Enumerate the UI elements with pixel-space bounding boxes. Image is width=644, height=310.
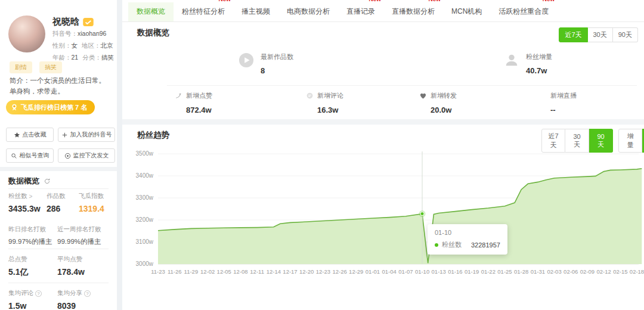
star-action-button[interactable]: 点击收藏 bbox=[6, 128, 54, 142]
hover-marker bbox=[420, 212, 424, 216]
card-value: 8 bbox=[261, 66, 293, 75]
rank-banner[interactable]: 飞瓜排行榜日榜第 7 名 bbox=[6, 100, 95, 114]
tab-直播记录[interactable]: 直播记录New bbox=[338, 2, 383, 21]
x-tick-label: 11-29 bbox=[184, 268, 199, 275]
stat-label-text: 集均评论 bbox=[8, 289, 33, 297]
x-tick-label: 01-22 bbox=[481, 268, 496, 275]
nav-tabbar: 数据概览粉丝特征分析New播主视频电商数据分析直播记录New直播数据分析NewM… bbox=[122, 0, 644, 22]
section-divider bbox=[122, 119, 644, 125]
info-label: 性别： bbox=[52, 42, 72, 49]
refresh-icon[interactable] bbox=[44, 178, 51, 185]
divider bbox=[8, 249, 109, 249]
info-label: 分类： bbox=[82, 54, 101, 61]
overview-range-30天[interactable]: 30天 bbox=[588, 27, 613, 42]
metric-head: 新增点赞 bbox=[175, 91, 212, 100]
tab-电商数据分析[interactable]: 电商数据分析 bbox=[278, 2, 338, 21]
stat-value: 8039 bbox=[57, 301, 91, 310]
tab-MCN机构[interactable]: MCN机构 bbox=[443, 2, 490, 21]
x-tick-label: 01-04 bbox=[382, 268, 397, 275]
metric-value: 872.4w bbox=[186, 106, 212, 114]
metric-label: 新增评论 bbox=[317, 91, 343, 100]
y-tick-label: 3000w bbox=[136, 261, 154, 267]
tab-数据概览[interactable]: 数据概览 bbox=[128, 2, 174, 21]
stat-label-text: 作品数 bbox=[47, 192, 66, 200]
stat-label[interactable]: 粉丝数> bbox=[8, 192, 41, 200]
info-label: 抖音号： bbox=[52, 30, 78, 37]
x-tick-label: 11-23 bbox=[151, 268, 165, 275]
stat-cell: 平均点赞178.4w bbox=[57, 255, 85, 277]
tooltip-date: 01-10 bbox=[435, 229, 500, 236]
search-icon bbox=[11, 153, 17, 159]
x-tick-label: 01-07 bbox=[398, 268, 413, 275]
search-action-button[interactable]: 相似号查询 bbox=[6, 148, 54, 163]
y-tick-label: 3400w bbox=[136, 172, 154, 179]
metric-label: 新增点赞 bbox=[186, 91, 212, 100]
stat-cell: 集均分享?8039 bbox=[57, 289, 91, 310]
play-icon bbox=[239, 52, 254, 68]
tab-label: 粉丝特征分析 bbox=[182, 7, 225, 16]
action-label: 点击收藏 bbox=[23, 131, 47, 139]
new-badge: New bbox=[218, 0, 231, 2]
overview-range-90天[interactable]: 90天 bbox=[613, 27, 638, 42]
help-icon: ? bbox=[35, 290, 42, 297]
overview-card: 粉丝增量40.7w bbox=[504, 52, 552, 75]
tab-label: 数据概览 bbox=[137, 7, 165, 16]
card-label: 最新作品数 bbox=[261, 52, 293, 61]
card-value: 40.7w bbox=[526, 66, 552, 75]
stat-label-text: 昨日排名打败 bbox=[8, 225, 46, 234]
profile-info-line: 性别：女地区：北京 bbox=[52, 42, 117, 50]
monitor-action-button[interactable]: 监控下次发文 bbox=[58, 148, 115, 163]
stat-label-text: 平均点赞 bbox=[57, 255, 82, 264]
tab-label: 直播记录 bbox=[346, 7, 375, 16]
metric-label: 新增转发 bbox=[431, 91, 457, 100]
tooltip-series-dot bbox=[435, 243, 438, 247]
avatar[interactable] bbox=[8, 16, 45, 52]
metric-head: 新增转发 bbox=[419, 91, 457, 100]
y-tick-label: 3300w bbox=[136, 194, 154, 201]
x-tick-label: 02-18 bbox=[630, 268, 644, 275]
plus-action-button[interactable]: 加入我的抖音号 bbox=[58, 128, 115, 142]
medal-icon bbox=[10, 103, 18, 111]
info-label: 年龄： bbox=[52, 54, 72, 61]
metric-label: 新增直播 bbox=[550, 91, 577, 100]
star-icon bbox=[14, 132, 20, 138]
new-badge: New bbox=[369, 0, 381, 2]
stat-value: 178.4w bbox=[57, 267, 85, 277]
y-tick-label: 3500w bbox=[136, 150, 154, 157]
tab-直播数据分析[interactable]: 直播数据分析New bbox=[383, 2, 443, 21]
stat-label-text: 集均分享 bbox=[57, 289, 82, 297]
x-tick-label: 02-15 bbox=[613, 268, 627, 275]
fans-trend-chart: 3500w3400w3300w3200w3100w3000w11-2311-26… bbox=[122, 147, 644, 285]
tab-播主视频[interactable]: 播主视频 bbox=[233, 2, 278, 21]
x-tick-label: 02-06 bbox=[564, 268, 578, 275]
x-tick-label: 01-10 bbox=[415, 268, 429, 275]
overview-range-近7天[interactable]: 近7天 bbox=[559, 27, 587, 42]
stat-cell: 作品数286 bbox=[47, 192, 66, 213]
stat-value: 99.99%的播主 bbox=[57, 237, 101, 246]
profile-info: 抖音号：xiaohan96性别：女地区：北京年龄：21分类：搞笑 bbox=[52, 30, 117, 66]
profile-tag: 剧情 bbox=[10, 61, 32, 73]
info-value: 21 bbox=[72, 54, 79, 61]
new-badge: New bbox=[543, 0, 555, 2]
stat-cell: 集均评论?1.5w bbox=[8, 289, 42, 310]
stat-label: 集均分享? bbox=[57, 289, 91, 297]
stat-label: 作品数 bbox=[47, 192, 66, 200]
stat-cell: 近一周排名打败99.99%的播主 bbox=[57, 225, 101, 246]
tab-label: 电商数据分析 bbox=[287, 7, 330, 16]
x-tick-label: 12-02 bbox=[200, 268, 215, 275]
stat-label-text: 近一周排名打败 bbox=[57, 225, 101, 234]
new-badge: New bbox=[428, 0, 441, 2]
fans-trend-svg[interactable]: 3500w3400w3300w3200w3100w3000w11-2311-26… bbox=[122, 147, 644, 283]
action-label: 相似号查询 bbox=[20, 151, 49, 160]
tab-活跃粉丝重合度[interactable]: 活跃粉丝重合度New bbox=[490, 2, 557, 21]
tab-粉丝特征分析[interactable]: 粉丝特征分析New bbox=[174, 2, 233, 21]
x-tick-label: 01-01 bbox=[366, 268, 380, 275]
x-tick-label: 11-26 bbox=[168, 268, 182, 275]
metric-head: 新增评论 bbox=[306, 91, 343, 100]
x-tick-label: 12-05 bbox=[217, 268, 231, 275]
x-tick-label: 12-08 bbox=[233, 268, 247, 275]
layout-gutter bbox=[117, 0, 122, 310]
x-tick-label: 12-26 bbox=[332, 268, 346, 275]
main-panel: 数据概览粉丝特征分析New播主视频电商数据分析直播记录New直播数据分析NewM… bbox=[122, 0, 644, 310]
tab-label: 播主视频 bbox=[242, 7, 270, 16]
